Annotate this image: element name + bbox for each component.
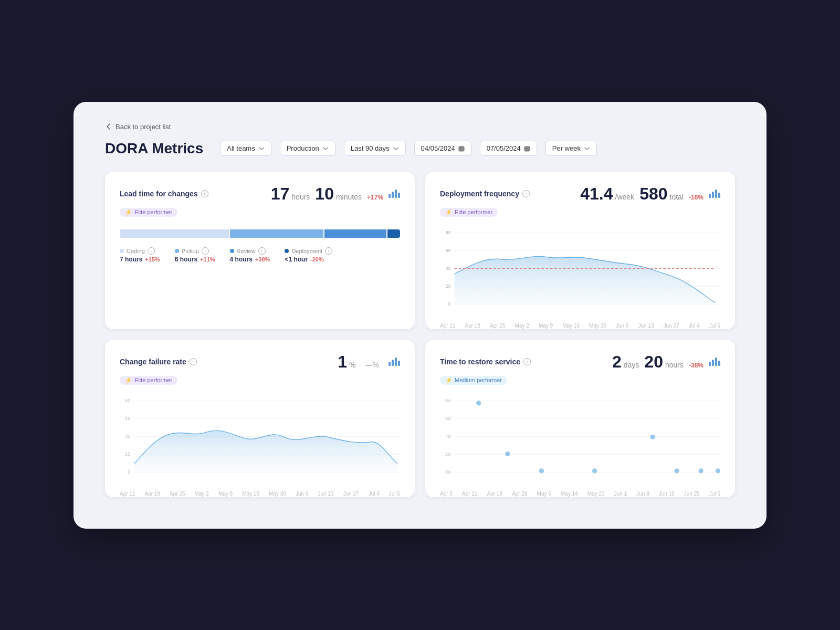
deployment-total-value: 580 [639, 184, 667, 204]
svg-point-39 [699, 468, 704, 473]
coding-info[interactable]: i [148, 247, 155, 255]
review-change: +38% [255, 256, 270, 262]
pickup-values: 6 hours +11% [175, 256, 215, 263]
period-filter-label: Last 90 days [351, 144, 390, 152]
review-hours: 4 hours [230, 256, 253, 263]
review-values: 4 hours +38% [230, 256, 270, 263]
lead-time-header: Lead time for changes i 17 hours 10 minu… [120, 184, 400, 204]
deployment-values: <1 hour -20% [285, 256, 332, 263]
change-failure-header: Change failure rate i 1 % —% [120, 352, 400, 372]
lead-time-performer-label: Elite performer [134, 209, 172, 215]
svg-point-38 [675, 468, 679, 473]
deployment-freq-title-group: Deployment frequency i [440, 190, 530, 198]
lead-time-info-icon[interactable]: i [201, 190, 208, 197]
date-from-value: 04/05/2024 [421, 144, 455, 152]
pickup-hours: 6 hours [175, 256, 197, 263]
restore-time-title-group: Time to restore service i [440, 358, 531, 366]
svg-text:2d: 2d [445, 452, 450, 457]
lead-time-performer-badge: ⚡ Elite performer [120, 208, 177, 217]
review-label: Review [237, 248, 256, 254]
change-failure-x-labels: Apr 11 Apr 18 Apr 25 May 2 May 9 May 16 … [120, 491, 400, 497]
legend-deployment: Deployment i <1 hour -20% [285, 247, 332, 263]
teams-filter-label: All teams [227, 144, 255, 152]
deployment-freq-title: Deployment frequency [440, 190, 519, 198]
restore-time-chart: 8d 6d 4d 2d 0d [440, 392, 720, 487]
date-to-picker[interactable]: 07/05/2024 [480, 141, 537, 156]
legend-pickup: Pickup i 6 hours +11% [175, 247, 215, 263]
svg-point-37 [650, 434, 655, 439]
review-dot [230, 249, 234, 253]
change-failure-value: 1 [338, 352, 347, 372]
change-failure-card: Change failure rate i 1 % —% [105, 340, 415, 497]
svg-text:15: 15 [125, 452, 130, 457]
page-title: DORA Metrics [105, 140, 203, 157]
chevron-down-icon2 [322, 145, 329, 152]
svg-text:20: 20 [446, 284, 451, 289]
restore-time-metrics: 2 days 20 hours -38% [612, 352, 704, 372]
deployment-total-unit: total [670, 193, 684, 201]
legend-review: Review i 4 hours +38% [230, 247, 270, 263]
environment-filter[interactable]: Production [280, 141, 335, 156]
svg-text:0d: 0d [445, 469, 450, 475]
change-failure-info[interactable]: i [190, 358, 197, 365]
deployment-freq-chart: 80 60 40 20 0 [440, 224, 720, 319]
restore-days-unit: days [624, 361, 639, 369]
svg-text:6d: 6d [445, 416, 450, 421]
svg-text:0: 0 [128, 469, 130, 475]
change-failure-performer-badge: ⚡ Elite performer [120, 376, 177, 385]
restore-time-info[interactable]: i [523, 358, 531, 365]
deployment-freq-x-labels: Apr 11 Apr 18 Apr 25 May 2 May 9 May 16 … [440, 323, 720, 329]
lead-time-title-group: Lead time for changes i [120, 190, 208, 198]
restore-hours-unit: hours [665, 361, 684, 369]
calendar-icon2 [524, 145, 530, 152]
restore-time-card: Time to restore service i 2 days 20 hour… [425, 340, 735, 497]
coding-hours: 7 hours [120, 256, 142, 263]
lead-time-chart-icon[interactable] [388, 190, 400, 198]
deployment-info[interactable]: i [325, 247, 332, 255]
svg-text:8d: 8d [445, 398, 450, 403]
teams-filter[interactable]: All teams [220, 141, 271, 156]
deployment-freq-info[interactable]: i [522, 190, 530, 197]
svg-point-35 [539, 468, 544, 473]
bar-pickup [230, 229, 323, 238]
change-failure-svg: 60 45 30 15 0 [120, 392, 400, 487]
deployment-chart-icon[interactable] [709, 190, 720, 198]
restore-time-header: Time to restore service i 2 days 20 hour… [440, 352, 720, 372]
environment-filter-label: Production [287, 144, 319, 152]
lead-time-metrics: 17 hours 10 minutes +17% [271, 184, 383, 204]
review-info[interactable]: i [258, 247, 266, 255]
bar-coding [120, 229, 229, 238]
restore-chart-icon[interactable] [709, 358, 720, 366]
deployment-dot [285, 249, 289, 253]
restore-time-svg: 8d 6d 4d 2d 0d [440, 392, 720, 487]
change-failure-chart-icon[interactable] [388, 358, 400, 366]
svg-text:60: 60 [125, 398, 130, 403]
svg-rect-1 [524, 146, 530, 151]
coding-label: Coding [127, 248, 145, 254]
svg-text:30: 30 [125, 434, 130, 439]
pickup-info[interactable]: i [202, 247, 209, 255]
change-failure-title: Change failure rate [120, 358, 186, 366]
granularity-filter[interactable]: Per week [545, 141, 597, 156]
pickup-label: Pickup [182, 248, 199, 254]
lead-time-stacked-bar [120, 229, 400, 238]
pickup-dot [175, 249, 179, 253]
change-failure-title-group: Change failure rate i [120, 358, 197, 366]
bar-deployment [387, 229, 400, 238]
back-link-label: Back to project list [116, 123, 171, 131]
back-link[interactable]: Back to project list [105, 123, 735, 131]
date-from-picker[interactable]: 04/05/2024 [414, 141, 471, 156]
restore-time-x-labels: Apr 5 Apr 11 Apr 18 Apr 28 May 5 May 14 … [440, 491, 720, 497]
svg-rect-0 [459, 146, 464, 151]
calendar-icon [458, 145, 465, 152]
svg-text:40: 40 [446, 266, 451, 271]
deployment-rate-value: 41.4 [580, 184, 613, 204]
svg-text:0: 0 [448, 302, 451, 307]
deployment-freq-metrics: 41.4 /week 580 total -16% [580, 184, 704, 204]
period-filter[interactable]: Last 90 days [344, 141, 406, 156]
deployment-hours: <1 hour [285, 256, 308, 263]
change-failure-chart: 60 45 30 15 0 Apr 11 [120, 392, 400, 487]
date-to-value: 07/05/2024 [487, 144, 521, 152]
restore-hours-value: 20 [644, 352, 663, 372]
chevron-down-icon4 [584, 145, 590, 152]
